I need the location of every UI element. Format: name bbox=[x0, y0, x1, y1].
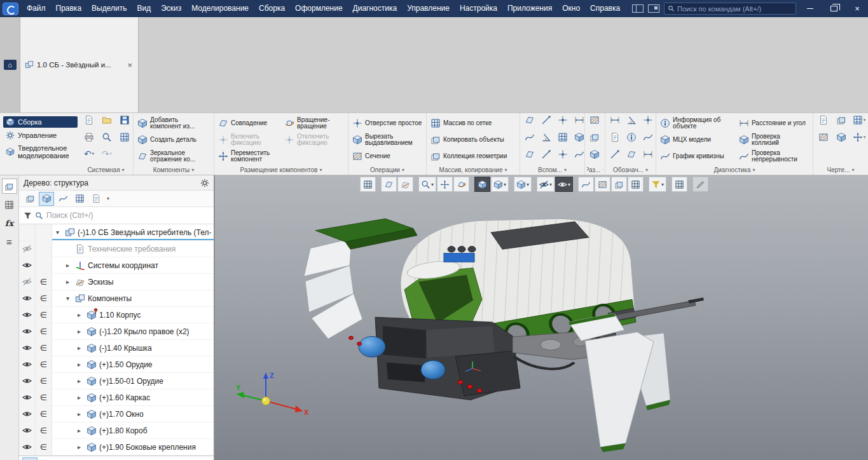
drawing-cube-button[interactable] bbox=[833, 132, 850, 142]
menu-modeling[interactable]: Моделирование bbox=[186, 0, 254, 17]
tree-view-structure-button[interactable] bbox=[22, 192, 38, 206]
drawing-move-button[interactable]: ▾ bbox=[851, 132, 867, 142]
drawing-grid-button[interactable]: ▾ bbox=[851, 115, 867, 125]
command-search[interactable] bbox=[664, 3, 796, 15]
filter-funnel-icon[interactable] bbox=[24, 212, 32, 220]
tree-row-tech-requirements[interactable]: Технические требования bbox=[19, 241, 214, 257]
eye-cell[interactable] bbox=[19, 356, 36, 372]
aux-point2-button[interactable] bbox=[555, 149, 570, 159]
interface-layout-icon[interactable] bbox=[632, 4, 644, 13]
geometry-collection-button[interactable]: Коллекция геометрии bbox=[429, 148, 518, 165]
drawing-layers-button[interactable] bbox=[833, 115, 850, 125]
tree-row-components-folder[interactable]: ∈ ▾Компоненты bbox=[19, 290, 214, 307]
designation-angle-button[interactable] bbox=[624, 115, 639, 125]
aux-plane2-button[interactable] bbox=[522, 149, 537, 159]
3d-viewport[interactable]: ▾ ▾ ▾ ▾ ▾ ▾ bbox=[215, 175, 868, 460]
cut-extrude-button[interactable]: Вырезать выдавливанием bbox=[350, 132, 424, 148]
aux-curve-button[interactable] bbox=[522, 132, 537, 142]
orientation-button[interactable]: ▾ bbox=[491, 177, 509, 192]
eye-cell[interactable] bbox=[19, 439, 36, 455]
snap-grid-button[interactable] bbox=[360, 177, 376, 192]
minimize-button[interactable] bbox=[801, 0, 820, 17]
group-label-operations[interactable]: Операции▾ bbox=[350, 165, 424, 175]
mode-solid-modeling[interactable]: Твердотельное моделирование bbox=[3, 143, 78, 161]
sketch-pen-button[interactable] bbox=[692, 177, 708, 192]
zoom-area-button[interactable]: ▾ bbox=[418, 177, 436, 192]
tree-row-component[interactable]: ∈ ▸(+)1.50-01 Орудие bbox=[19, 373, 214, 389]
mirror-component-button[interactable]: Зеркальное отражение ко... bbox=[135, 148, 212, 165]
parameters-panel-toggle[interactable] bbox=[2, 197, 17, 212]
menu-assembly[interactable]: Сборка bbox=[254, 0, 290, 17]
move-component-button[interactable]: Переместить компонент bbox=[216, 148, 281, 165]
mode-management[interactable]: Управление bbox=[3, 130, 78, 141]
tree-row-root[interactable]: ▾(-)1.0 СБ Звездный истребитель (Тел- bbox=[19, 224, 214, 241]
expander-icon[interactable]: ▸ bbox=[78, 311, 86, 318]
tree-row-component[interactable]: ∈ ▸(-)1.40 Крышка bbox=[19, 340, 214, 356]
aux-axis-button[interactable] bbox=[539, 115, 554, 125]
tree-row-component[interactable]: ∈ ▸(+)1.50 Орудие bbox=[19, 356, 214, 373]
eye-cell[interactable] bbox=[19, 241, 36, 257]
designation-dim-button[interactable] bbox=[607, 115, 623, 125]
eye-cell[interactable] bbox=[19, 257, 36, 273]
tree-exec-list-button[interactable] bbox=[88, 192, 104, 206]
tree-view-composition-button[interactable] bbox=[39, 192, 54, 206]
aux-plane-button[interactable] bbox=[522, 115, 537, 125]
aux-axis2-button[interactable] bbox=[539, 149, 554, 159]
menu-help[interactable]: Справка bbox=[585, 0, 625, 17]
tree-display-options-button[interactable] bbox=[72, 192, 87, 206]
expander-icon[interactable]: ▸ bbox=[78, 394, 86, 401]
clip-planes-button[interactable] bbox=[611, 177, 627, 192]
preview-button[interactable] bbox=[99, 132, 115, 142]
enable-fixation-button[interactable]: Включить фиксацию bbox=[216, 132, 281, 148]
create-part-button[interactable]: Создать деталь bbox=[135, 132, 212, 148]
tab-parameters[interactable] bbox=[39, 457, 55, 460]
group-label-drawing[interactable]: Черте...▾ bbox=[815, 165, 866, 175]
group-label-partition[interactable]: Раз...▾ bbox=[587, 165, 603, 175]
menu-settings[interactable]: Настройка bbox=[455, 0, 502, 17]
screen-mode-icon[interactable] bbox=[648, 4, 659, 13]
tree-search-input[interactable] bbox=[46, 211, 209, 220]
maximize-button[interactable] bbox=[824, 0, 843, 17]
group-label-array[interactable]: Массив, копирование▾ bbox=[429, 165, 518, 175]
mode-assembly[interactable]: Сборка bbox=[3, 116, 78, 128]
expander-icon[interactable]: ▾ bbox=[56, 229, 64, 236]
partition-cube-button[interactable] bbox=[587, 149, 602, 159]
group-label-components[interactable]: Компоненты▾ bbox=[135, 165, 212, 175]
undo-button[interactable]: ↶▾ bbox=[81, 149, 97, 158]
eye-cell[interactable] bbox=[19, 307, 36, 323]
designation-plane-button[interactable] bbox=[624, 149, 639, 159]
command-search-input[interactable] bbox=[677, 5, 792, 13]
eye-cell[interactable] bbox=[19, 373, 36, 389]
expander-icon[interactable]: ▸ bbox=[78, 344, 86, 351]
tree-row-component[interactable]: ∈ ▸(+)1.60 Каркас bbox=[19, 389, 214, 406]
expander-icon[interactable]: ▸ bbox=[78, 377, 86, 384]
eye-cell[interactable] bbox=[19, 340, 36, 356]
3d-model-starfighter[interactable] bbox=[215, 175, 868, 460]
partition-section-button[interactable] bbox=[587, 115, 602, 125]
tree-row-component[interactable]: ∈ ▸1.10 Корпус bbox=[19, 307, 214, 323]
tree-toolbar-caret[interactable]: ▾ bbox=[105, 196, 111, 201]
variables-panel-toggle[interactable]: fx bbox=[2, 215, 17, 231]
menu-applications[interactable]: Приложения bbox=[502, 0, 557, 17]
eye-cell[interactable] bbox=[19, 323, 36, 339]
orbit-button[interactable] bbox=[453, 177, 469, 192]
orientation-triad[interactable]: Z X Y bbox=[235, 370, 312, 424]
designation-curve-button[interactable] bbox=[640, 132, 656, 142]
designation-info-button[interactable] bbox=[624, 132, 639, 142]
curvature-graph-button[interactable]: График кривизны bbox=[658, 148, 736, 165]
menu-view[interactable]: Вид bbox=[132, 0, 156, 17]
tree-row-component[interactable]: ∈ ▸(+)1.80 Короб bbox=[19, 423, 214, 439]
tab-structure[interactable] bbox=[22, 457, 38, 460]
menu-sketch[interactable]: Эскиз bbox=[156, 0, 186, 17]
eye-cell[interactable] bbox=[19, 423, 36, 438]
aux-point-button[interactable] bbox=[555, 115, 570, 125]
menu-management[interactable]: Управление bbox=[402, 0, 455, 17]
rotation-rotation-button[interactable]: Вращение-вращение bbox=[282, 115, 346, 132]
redo-button[interactable]: ↷▾ bbox=[99, 149, 115, 158]
group-label-system[interactable]: Системная▾ bbox=[81, 165, 131, 175]
close-tab-icon[interactable]: × bbox=[126, 60, 134, 70]
tree-panel-toggle[interactable] bbox=[2, 179, 17, 194]
menu-select[interactable]: Выделить bbox=[86, 0, 132, 17]
expander-icon[interactable]: ▸ bbox=[78, 410, 86, 417]
coincidence-button[interactable]: Совпадение bbox=[216, 115, 281, 132]
